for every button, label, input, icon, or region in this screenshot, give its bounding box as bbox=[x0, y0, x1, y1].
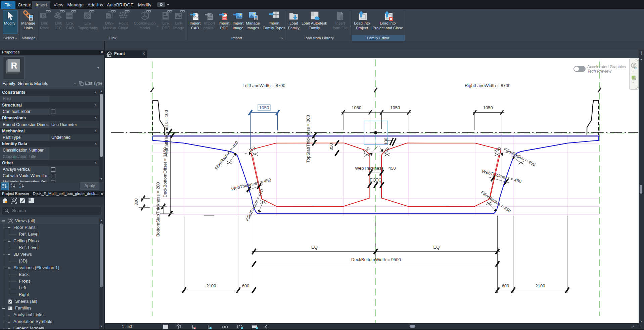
svg-text:TopSlabThickness = 300: TopSlabThickness = 300 bbox=[306, 115, 311, 163]
svg-text:150: 150 bbox=[382, 147, 390, 155]
svg-text:EQ: EQ bbox=[370, 177, 376, 182]
svg-text:300: 300 bbox=[134, 198, 139, 206]
svg-text:RVT: RVT bbox=[42, 18, 45, 19]
svg-text:350: 350 bbox=[329, 143, 334, 151]
svg-text:EQ: EQ bbox=[311, 245, 318, 250]
svg-text:Z: Z bbox=[19, 183, 21, 186]
svg-text:1050: 1050 bbox=[352, 105, 361, 110]
svg-text:BottomSlabThickness = 280: BottomSlabThickness = 280 bbox=[155, 182, 160, 237]
svg-text:1050: 1050 bbox=[390, 105, 400, 110]
svg-text:XML: XML bbox=[208, 16, 213, 19]
svg-text:1050: 1050 bbox=[259, 105, 269, 110]
svg-text:1050: 1050 bbox=[483, 105, 493, 110]
svg-text:WebThickness = 450: WebThickness = 450 bbox=[231, 177, 272, 192]
svg-text:600: 600 bbox=[242, 283, 249, 288]
svg-text:600: 600 bbox=[502, 283, 509, 288]
svg-text:LeftLaneWidth = 8700: LeftLaneWidth = 8700 bbox=[242, 83, 285, 88]
svg-text:Z: Z bbox=[10, 186, 12, 189]
svg-text:DeckBottomWidth = 9500: DeckBottomWidth = 9500 bbox=[351, 257, 401, 262]
svg-text:DeckBottomOffset = 3150: DeckBottomOffset = 3150 bbox=[163, 148, 168, 198]
svg-text:2100: 2100 bbox=[536, 283, 545, 288]
svg-text:CAD: CAD bbox=[66, 14, 72, 17]
svg-text:RightLaneWidth = 8700: RightLaneWidth = 8700 bbox=[465, 83, 510, 88]
svg-text:2100: 2100 bbox=[206, 283, 216, 288]
svg-text:EQ: EQ bbox=[375, 177, 382, 182]
svg-text:100: 100 bbox=[383, 138, 388, 145]
svg-text:A: A bbox=[19, 186, 21, 189]
svg-text:A: A bbox=[10, 183, 12, 186]
svg-text:EQ: EQ bbox=[433, 245, 440, 250]
svg-text:R: R bbox=[11, 60, 17, 71]
svg-text:WebThickness = 450: WebThickness = 450 bbox=[355, 166, 396, 171]
